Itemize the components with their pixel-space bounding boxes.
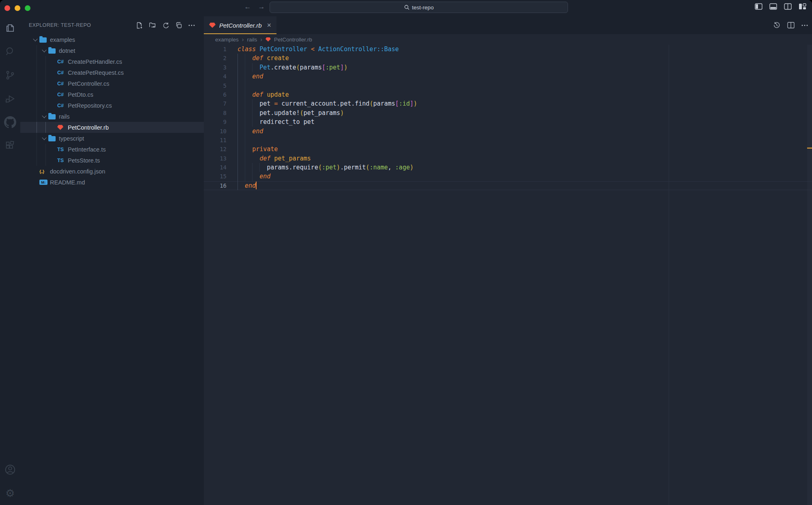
code-line-10[interactable]: 10 end: [204, 127, 812, 136]
tree-item-rails[interactable]: rails: [20, 111, 204, 122]
toggle-primary-sidebar-icon[interactable]: [755, 3, 762, 10]
code-line-12[interactable]: 12 private: [204, 145, 812, 154]
code-line-4[interactable]: 4 end: [204, 72, 812, 81]
tree-item-docdriven-config-json[interactable]: {..}docdriven.config.json: [20, 166, 204, 177]
tree-indent-guide: [37, 45, 37, 56]
vscode-window: ← → test-repo: [0, 0, 812, 505]
breadcrumb-separator: ›: [260, 36, 262, 43]
tree-item-petcontroller-rb[interactable]: PetController.rb: [20, 122, 204, 133]
tree-item-label: typescript: [59, 135, 84, 142]
toggle-secondary-sidebar-icon[interactable]: [784, 3, 792, 10]
tree-indent-guide: [45, 56, 46, 67]
settings-gear-icon[interactable]: ⚙: [0, 481, 20, 505]
new-file-icon[interactable]: [136, 22, 143, 29]
markdown-icon: M↓: [39, 180, 48, 185]
code-line-16[interactable]: 16 end: [204, 181, 812, 190]
tree-item-petinterface-ts[interactable]: TSPetInterface.ts: [20, 144, 204, 155]
tree-item-petsstore-ts[interactable]: TSPetsStore.ts: [20, 155, 204, 166]
tree-indent-guide: [45, 122, 46, 133]
line-number: 14: [204, 163, 227, 172]
code-line-6[interactable]: 6 def update: [204, 90, 812, 99]
navigate-forward-button[interactable]: →: [257, 2, 266, 12]
close-tab-icon[interactable]: ×: [267, 22, 272, 28]
extensions-icon[interactable]: [0, 134, 20, 158]
refresh-explorer-icon[interactable]: [162, 22, 169, 29]
split-editor-icon[interactable]: [787, 22, 795, 28]
code-line-15[interactable]: 15 end: [204, 172, 812, 181]
ruby-icon: [57, 125, 63, 130]
tree-item-petcontroller-cs[interactable]: C#PetController.cs: [20, 78, 204, 89]
source-control-icon[interactable]: [0, 63, 20, 87]
activity-bar: ⚙: [0, 16, 20, 505]
ruby-icon: [266, 37, 271, 42]
line-number: 1: [204, 45, 227, 54]
tree-item-dotnet[interactable]: dotnet: [20, 45, 204, 56]
json-icon: {..}: [39, 169, 44, 174]
breadcrumb-item-rails[interactable]: rails: [247, 37, 257, 43]
tree-indent-guide: [37, 122, 37, 133]
run-debug-icon[interactable]: [0, 87, 20, 111]
customize-layout-icon[interactable]: [799, 3, 806, 10]
explorer-sidebar: EXPLORER: TEST-REPO: [20, 16, 204, 505]
tree-indent-guide: [37, 78, 37, 89]
line-number: 2: [204, 54, 227, 63]
chevron-down-icon: [42, 113, 46, 118]
collapse-folders-icon[interactable]: [175, 22, 182, 29]
search-icon[interactable]: [0, 40, 20, 63]
close-window-button[interactable]: [4, 5, 10, 11]
tree-item-typescript[interactable]: typescript: [20, 133, 204, 144]
zoom-window-button[interactable]: [25, 5, 30, 11]
tree-item-label: PetRepository.cs: [68, 102, 112, 109]
folder-icon: [39, 37, 47, 43]
code-line-3[interactable]: 3 Pet.create(params[:pet]): [204, 63, 812, 72]
explorer-icon[interactable]: [0, 16, 20, 40]
tree-indent-guide: [45, 67, 46, 78]
line-number: 6: [204, 90, 227, 99]
toggle-panel-icon[interactable]: [769, 3, 777, 10]
tree-item-readme-md[interactable]: M↓README.md: [20, 177, 204, 188]
folder-icon: [48, 136, 56, 141]
code-editor[interactable]: 1class PetController < ActionController:…: [204, 45, 812, 505]
line-number: 9: [204, 117, 227, 126]
folder-icon: [48, 114, 56, 119]
editor-more-actions-icon[interactable]: [801, 24, 808, 26]
github-icon[interactable]: [0, 111, 20, 134]
tree-item-label: PetInterface.ts: [68, 146, 106, 153]
code-line-5[interactable]: 5: [204, 81, 812, 90]
tree-indent-guide: [37, 89, 37, 100]
typescript-icon: TS: [57, 147, 64, 152]
breadcrumb: examples›rails›PetController.rb: [204, 34, 812, 45]
tree-item-examples[interactable]: examples: [20, 34, 204, 45]
tree-item-createpethandler-cs[interactable]: C#CreatePetHandler.cs: [20, 56, 204, 67]
code-line-2[interactable]: 2 def create: [204, 54, 812, 63]
tree-indent-guide: [37, 67, 37, 78]
breadcrumb-item-examples[interactable]: examples: [215, 37, 239, 43]
tree-item-createpetrequest-cs[interactable]: C#CreatePetRequest.cs: [20, 67, 204, 78]
tree-item-label: README.md: [50, 179, 85, 186]
chevron-down-icon: [42, 48, 46, 52]
minimize-window-button[interactable]: [15, 5, 20, 11]
code-line-11[interactable]: 11: [204, 136, 812, 145]
folder-icon: [48, 48, 56, 54]
code-line-7[interactable]: 7 pet = current_account.pet.find(params[…: [204, 99, 812, 108]
tree-item-petrepository-cs[interactable]: C#PetRepository.cs: [20, 100, 204, 111]
tree-item-petdto-cs[interactable]: C#PetDto.cs: [20, 89, 204, 100]
command-center-search[interactable]: test-repo: [270, 2, 568, 13]
explorer-more-actions-icon[interactable]: [188, 24, 195, 26]
timeline-icon[interactable]: [773, 22, 780, 29]
chevron-down-icon: [42, 135, 46, 140]
code-line-1[interactable]: 1class PetController < ActionController:…: [204, 45, 812, 54]
new-folder-icon[interactable]: [149, 22, 156, 28]
line-number: 8: [204, 108, 227, 117]
code-line-13[interactable]: 13 def pet_params: [204, 154, 812, 163]
navigate-back-button[interactable]: ←: [243, 2, 253, 12]
line-number: 10: [204, 127, 227, 136]
text-cursor: [256, 182, 257, 189]
code-line-14[interactable]: 14 params.require(:pet).permit(:name, :a…: [204, 163, 812, 172]
breadcrumb-item-petcontroller-rb[interactable]: PetController.rb: [266, 37, 312, 43]
code-line-9[interactable]: 9 redirect_to pet: [204, 117, 812, 126]
code-line-8[interactable]: 8 pet.update!(pet_params): [204, 108, 812, 117]
account-icon[interactable]: [0, 458, 20, 481]
tree-item-label: rails: [59, 113, 70, 120]
tab-petcontroller-rb[interactable]: PetController.rb ×: [204, 16, 276, 34]
